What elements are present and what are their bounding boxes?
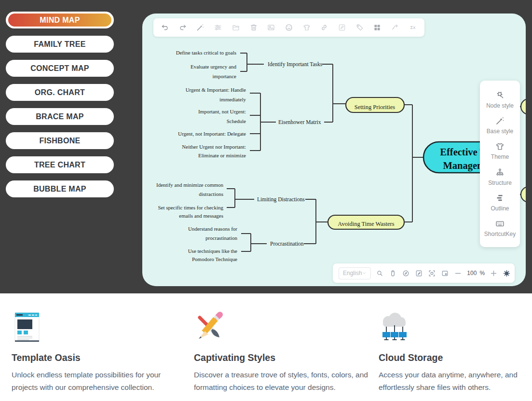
map-topic-identify-distractions[interactable]: Identify and minimize common xyxy=(156,182,223,188)
fit-screen-button[interactable] xyxy=(428,269,436,277)
sidebar-item-label: BUBBLE MAP xyxy=(33,185,86,193)
trash-button[interactable] xyxy=(249,23,259,32)
chevron-down-icon xyxy=(362,271,367,276)
sidebar-item-tree-chart[interactable]: TREE CHART xyxy=(6,156,114,173)
emoji-button[interactable] xyxy=(284,23,294,32)
feature-cloud-storage: Cloud Storage Access your data anytime, … xyxy=(379,312,532,394)
sidebar-item-label: ORG. CHART xyxy=(35,88,85,97)
compass-button[interactable] xyxy=(402,269,410,277)
language-select-value: English xyxy=(343,270,362,277)
adjust-sliders-button[interactable] xyxy=(213,23,223,32)
base-style-icon xyxy=(495,116,505,126)
compass-icon xyxy=(402,269,410,277)
panel-item-outline[interactable]: Outline xyxy=(491,193,509,212)
relationship-button[interactable] xyxy=(390,23,400,32)
map-topic-evaluate[interactable]: importance xyxy=(213,73,237,79)
hyperlink-button[interactable] xyxy=(319,23,329,32)
folder-button[interactable] xyxy=(231,23,241,32)
panel-item-theme[interactable]: Theme xyxy=(491,141,509,160)
sidebar-item-org-chart[interactable]: ORG. CHART xyxy=(6,84,114,101)
feature-title: Captivating Styles xyxy=(194,352,376,363)
sidebar-item-bubble-map[interactable]: BUBBLE MAP xyxy=(6,180,114,197)
map-topic-urgent-important[interactable]: immediately xyxy=(219,97,246,102)
feature-description: Unlock endless template possibilities fo… xyxy=(12,369,178,394)
map-topic-set-times[interactable]: emails and messages xyxy=(179,213,223,219)
map-leaf-topics: Define tasks critical to goals Evaluate … xyxy=(156,50,246,262)
sidebar-item-concept-map[interactable]: CONCEPT MAP xyxy=(6,60,114,77)
redo-button[interactable] xyxy=(178,23,188,32)
zoom-in-button[interactable] xyxy=(490,269,498,277)
map-topic-evaluate[interactable]: Evaluate urgency and xyxy=(191,64,237,69)
map-node-clipped-right-top[interactable] xyxy=(521,99,526,114)
map-topic-use-techniques[interactable]: Use techniques like the xyxy=(188,248,237,254)
map-topic-eisenhower-matrix[interactable]: Eisenhower Matrix xyxy=(278,119,321,125)
panel-item-label: Outline xyxy=(491,205,509,212)
map-node-setting-priorities[interactable]: Setting Priorities xyxy=(346,97,404,112)
sidebar-item-brace-map[interactable]: BRACE MAP xyxy=(6,108,114,125)
map-topic-neither[interactable]: Neither Urgent nor Important: xyxy=(182,144,246,150)
sidebar-item-mind-map[interactable]: MIND MAP xyxy=(6,12,114,28)
map-topic-neither[interactable]: Eliminate or minimize xyxy=(198,152,246,158)
map-topic-set-times[interactable]: Set specific times for checking xyxy=(158,205,223,210)
theme-shirt-icon xyxy=(302,23,311,32)
map-topic-define-tasks[interactable]: Define tasks critical to goals xyxy=(176,50,236,55)
undo-button[interactable] xyxy=(160,23,170,32)
style-wand-button[interactable] xyxy=(195,23,205,32)
minimap-button[interactable] xyxy=(441,269,449,277)
search-icon xyxy=(376,269,384,277)
map-topic-identify-important-tasks[interactable]: Identify Important Tasks xyxy=(268,61,323,68)
minus-icon xyxy=(454,269,462,277)
adjust-sliders-icon xyxy=(214,23,222,32)
sidebar-item-label: CONCEPT MAP xyxy=(30,64,89,72)
sidebar-item-family-tree[interactable]: FAMILY TREE xyxy=(6,36,114,53)
map-node-avoiding-time-wasters[interactable]: Avoiding Time Wasters xyxy=(328,215,404,229)
panel-item-label: Node style xyxy=(486,102,514,109)
search-button[interactable] xyxy=(376,269,384,277)
svg-text:Σx: Σx xyxy=(410,25,415,30)
map-topic-identify-distractions[interactable]: distractions xyxy=(199,191,223,197)
zoom-out-button[interactable] xyxy=(454,269,462,277)
panel-item-node-style[interactable]: Node style xyxy=(486,90,514,109)
language-select[interactable]: English xyxy=(339,267,371,279)
redo-icon xyxy=(178,23,187,32)
map-topic-understand-reasons[interactable]: Understand reasons for xyxy=(188,226,237,232)
feature-title: Template Oasis xyxy=(12,352,178,363)
note-button[interactable] xyxy=(337,23,347,32)
mindmap-canvas[interactable]: Define tasks critical to goals Evaluate … xyxy=(142,14,526,286)
tag-button[interactable] xyxy=(355,23,365,32)
map-topic-understand-reasons[interactable]: procrastination xyxy=(205,235,237,241)
map-topic-urgent-important[interactable]: Urgent & Important: Handle xyxy=(186,87,246,93)
summary-formula-button[interactable]: Σx xyxy=(408,23,418,32)
layout-grid-button[interactable] xyxy=(372,23,382,32)
minimap-icon xyxy=(441,269,449,277)
layout-grid-icon xyxy=(373,23,382,32)
feature-captivating-styles: Captivating Styles Discover a treasure t… xyxy=(194,312,376,394)
image-button[interactable] xyxy=(266,23,276,32)
theme-sun-button[interactable] xyxy=(503,269,511,277)
panel-item-structure[interactable]: Structure xyxy=(488,167,512,186)
map-topic-use-techniques[interactable]: Pomodoro Technique xyxy=(192,256,237,262)
map-node-clipped-right-bottom[interactable] xyxy=(521,187,526,202)
sidebar-item-label: FAMILY TREE xyxy=(34,40,85,48)
edit-button[interactable] xyxy=(415,269,423,277)
map-topic-urgent-not-important[interactable]: Urgent, not Important: Delegate xyxy=(178,131,246,137)
panel-item-shortcut-key[interactable]: ShortcutKey xyxy=(484,219,516,237)
map-topic-procrastination[interactable]: Procrastination xyxy=(270,241,304,247)
mouse-icon xyxy=(389,269,397,277)
sidebar-item-fishbone[interactable]: FISHBONE xyxy=(6,132,114,149)
panel-item-label: Base style xyxy=(487,128,513,135)
sidebar-item-label: MIND MAP xyxy=(40,16,80,25)
panel-item-base-style[interactable]: Base style xyxy=(487,116,513,135)
tag-icon xyxy=(355,23,364,32)
image-icon xyxy=(267,23,275,32)
structure-icon xyxy=(495,167,505,178)
mouse-mode-button[interactable] xyxy=(389,269,397,277)
format-panel: Node style Base style Theme Structure Ou… xyxy=(480,81,520,247)
panel-item-label: Theme xyxy=(491,153,509,160)
map-topic-limiting-distractions[interactable]: Limiting Distractions xyxy=(257,196,305,203)
map-topic-important-not-urgent[interactable]: Important, not Urgent: xyxy=(198,109,246,114)
map-topic-important-not-urgent[interactable]: Schedule xyxy=(227,118,246,124)
theme-shirt-button[interactable] xyxy=(302,23,312,32)
theme-icon xyxy=(495,141,505,152)
sun-icon xyxy=(503,269,511,277)
